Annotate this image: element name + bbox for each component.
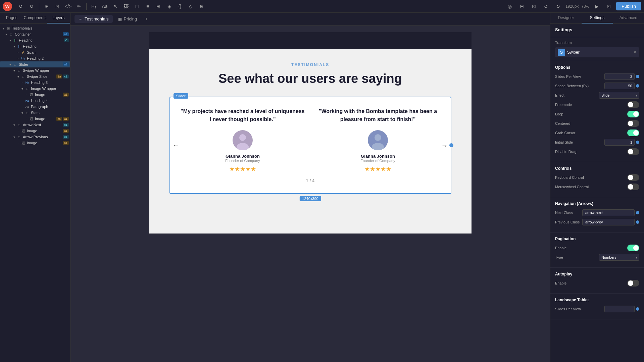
layer-heading4[interactable]: · H₄ Heading 4 [0, 98, 70, 104]
tab-pricing[interactable]: ▦ Pricing [114, 15, 141, 23]
tab-pages[interactable]: Pages [0, 13, 23, 23]
image4-icon: 🖼 [21, 141, 26, 145]
layer-heading3[interactable]: · H₃ Heading 3 [0, 80, 70, 86]
pagination-enable-toggle[interactable] [627, 245, 639, 251]
mousewheel-toggle[interactable] [627, 184, 639, 190]
initial-slide-input[interactable] [604, 139, 635, 146]
freemode-row: Freemode [555, 101, 639, 108]
layer-image2[interactable]: · 🖼 Image x5 a1 [0, 116, 70, 122]
layer-container[interactable]: ▾ □ Container a2 [0, 31, 70, 37]
layer-label: Image [27, 129, 62, 133]
layer-image1[interactable]: · 🖼 Image a1 [0, 92, 70, 98]
next-class-input[interactable] [582, 209, 635, 216]
grid-icon[interactable]: ⊞ [154, 2, 163, 11]
slides-per-view-input[interactable] [604, 73, 635, 80]
centered-toggle[interactable] [627, 120, 639, 127]
layer-testimonials[interactable]: ▾ ⊞ Testimonials [0, 25, 70, 31]
layer-heading-c[interactable]: ▾ H Heading C [0, 37, 70, 43]
box-icon[interactable]: □ [132, 2, 142, 11]
layer-image-wrapper[interactable]: ▾ □ Image Wrapper [0, 86, 70, 92]
toggle-icon: ▾ [12, 135, 16, 139]
image-icon[interactable]: 🖼 [121, 2, 131, 11]
left-sidebar: Pages Components Layers ▾ ⊞ Testimonials… [0, 13, 70, 362]
h1-icon[interactable]: H₁ [89, 2, 99, 11]
layer-label: Heading 2 [27, 56, 69, 60]
target-icon[interactable]: ◎ [505, 2, 514, 11]
slide-card-2: "Working with the Bomba template has bee… [315, 107, 441, 173]
avatar2-svg [368, 130, 388, 150]
layer-paragraph[interactable]: · Aa Paragraph [0, 104, 70, 110]
autoplay-enable-toggle[interactable] [627, 280, 639, 287]
transform-close-button[interactable]: ✕ [633, 50, 637, 55]
landscape-slides-input[interactable] [604, 306, 635, 312]
layer-arrow-next[interactable]: ▾ □ Arrow Next c1 [0, 122, 70, 128]
play-icon[interactable]: ▶ [592, 2, 601, 11]
shape-icon[interactable]: ◇ [186, 2, 195, 11]
component-icon[interactable]: ◈ [164, 2, 174, 11]
code2-icon[interactable]: {} [175, 2, 185, 11]
cursor-icon[interactable]: ↖ [111, 2, 120, 11]
share-icon[interactable]: ⊠ [529, 2, 539, 11]
components-icon[interactable]: ⊡ [53, 2, 62, 11]
loop-toggle[interactable] [627, 111, 639, 117]
redo-icon[interactable]: ↻ [27, 2, 36, 11]
canvas-scroll[interactable]: TESTIMONIALS See what our users are sayi… [70, 25, 550, 362]
effect-select[interactable]: Slide Fade Cube [599, 92, 639, 99]
disable-drag-label: Disable Drag [555, 150, 627, 154]
layer-span[interactable]: · A Span [0, 49, 70, 55]
tab-layers[interactable]: Layers [47, 13, 70, 23]
badge: a1 [63, 141, 69, 145]
tab-testimonials[interactable]: ⋯ Testimonials [75, 15, 113, 23]
toggle-icon: · [20, 99, 24, 103]
layer-arrow-previous[interactable]: ▾ □ Arrow Previous c1 [0, 134, 70, 140]
tab-advanced[interactable]: Advanced [613, 13, 644, 23]
pen-icon[interactable]: ✏ [74, 2, 84, 11]
undo2-icon[interactable]: ↺ [541, 2, 551, 11]
space-between-input[interactable] [604, 83, 635, 89]
layers-icon[interactable]: ⊟ [517, 2, 527, 11]
canvas-page: TESTIMONIALS See what our users are sayi… [149, 32, 472, 234]
layer-swiper-wrapper[interactable]: ▾ □ Swiper Wrapper [0, 67, 70, 73]
pagination-enable-label: Enable [555, 246, 627, 250]
list-icon[interactable]: ≡ [143, 2, 152, 11]
publish-button[interactable]: Publish [616, 2, 641, 10]
layer-slider[interactable]: ▾ □ Slider a2 [0, 61, 70, 67]
layer-image3[interactable]: · 🖼 Image a1 [0, 128, 70, 134]
disable-drag-toggle[interactable] [627, 148, 639, 155]
heading4-icon: H₄ [25, 98, 30, 103]
pages-icon[interactable]: ⊞ [42, 2, 51, 11]
stars-icon: □ [25, 110, 30, 115]
add-tab-button[interactable]: + [142, 15, 150, 23]
slider-arrow-left[interactable]: ← [173, 141, 180, 149]
layer-stars[interactable]: ▾ □ Stars [0, 110, 70, 116]
disable-drag-row: Disable Drag [555, 148, 639, 155]
slider-arrow-right[interactable]: → [441, 141, 448, 149]
logo[interactable]: W [3, 2, 12, 11]
keyboard-toggle[interactable] [627, 174, 639, 181]
tab-settings[interactable]: Settings [582, 13, 613, 23]
preview-icon[interactable]: ⊡ [604, 2, 613, 11]
tab-designer[interactable]: Designer [550, 13, 582, 23]
freemode-toggle[interactable] [627, 101, 639, 108]
text-icon[interactable]: Aa [100, 2, 109, 11]
layer-image4[interactable]: · 🖼 Image a1 [0, 140, 70, 146]
pagination-type-select[interactable]: Numbers Bullets Progressbar [599, 254, 639, 261]
redo2-icon[interactable]: ↻ [553, 2, 563, 11]
pagination-enable-row: Enable [555, 245, 639, 251]
more-icon[interactable]: ⊕ [197, 2, 206, 11]
code-icon[interactable]: </> [63, 2, 73, 11]
tab-components[interactable]: Components [23, 13, 47, 23]
span-icon: A [21, 50, 26, 55]
prev-class-input[interactable] [582, 219, 635, 225]
undo-icon[interactable]: ↺ [16, 2, 26, 11]
slide-dot [449, 143, 453, 147]
layer-heading[interactable]: ▾ H Heading [0, 43, 70, 49]
grab-cursor-toggle[interactable] [627, 130, 639, 136]
right-panel: Designer Settings Advanced Settings Tran… [550, 13, 644, 362]
heading3-icon: H₃ [25, 80, 30, 85]
avatar1-svg [233, 130, 253, 150]
slider-pagination: 1 / 4 [180, 178, 441, 183]
layer-swiper-slide[interactable]: ▾ □ Swiper Slide 1a c1 [0, 73, 70, 80]
slider-container[interactable]: Slider ← "My projects have reached a lev… [169, 97, 451, 194]
layer-heading2[interactable]: · Hγ Heading 2 [0, 55, 70, 61]
